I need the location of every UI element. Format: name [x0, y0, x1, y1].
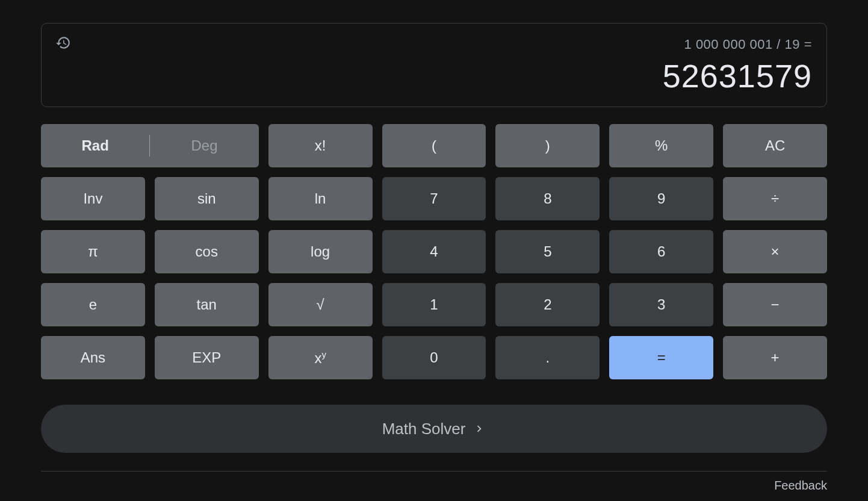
four-button[interactable]: 4	[382, 230, 486, 273]
display-content: 1 000 000 001 / 19 = 52631579	[56, 33, 812, 95]
rparen-button[interactable]: )	[495, 124, 600, 167]
dot-button[interactable]: .	[495, 336, 600, 379]
multiply-button[interactable]: ×	[723, 230, 827, 273]
one-button[interactable]: 1	[382, 283, 486, 326]
percent-button[interactable]: %	[609, 124, 713, 167]
pi-button[interactable]: π	[41, 230, 145, 273]
factorial-button[interactable]: x!	[268, 124, 373, 167]
seven-button[interactable]: 7	[382, 177, 486, 220]
log-button[interactable]: log	[268, 230, 373, 273]
result-text: 52631579	[56, 57, 812, 95]
ac-button[interactable]: AC	[723, 124, 827, 167]
ans-button[interactable]: Ans	[41, 336, 145, 379]
two-button[interactable]: 2	[495, 283, 600, 326]
sqrt-button[interactable]: √	[268, 283, 373, 326]
keypad: Rad Deg x! ( ) % AC Inv sin ln 7 8 9 ÷ π…	[41, 124, 827, 379]
sin-button[interactable]: sin	[155, 177, 259, 220]
e-button[interactable]: e	[41, 283, 145, 326]
lparen-button[interactable]: (	[382, 124, 486, 167]
exp-button[interactable]: EXP	[155, 336, 259, 379]
equals-button[interactable]: =	[609, 336, 713, 379]
three-button[interactable]: 3	[609, 283, 713, 326]
nine-button[interactable]: 9	[609, 177, 713, 220]
eight-button[interactable]: 8	[495, 177, 600, 220]
deg-label: Deg	[150, 124, 258, 167]
feedback-link[interactable]: Feedback	[774, 479, 827, 492]
ln-button[interactable]: ln	[268, 177, 373, 220]
divide-button[interactable]: ÷	[723, 177, 827, 220]
plus-button[interactable]: +	[723, 336, 827, 379]
minus-button[interactable]: −	[723, 283, 827, 326]
rad-label: Rad	[41, 124, 149, 167]
history-icon[interactable]	[55, 34, 72, 51]
expression-text: 1 000 000 001 / 19 =	[56, 37, 812, 52]
display-panel: 1 000 000 001 / 19 = 52631579	[41, 23, 827, 107]
zero-button[interactable]: 0	[382, 336, 486, 379]
footer: Feedback	[41, 471, 827, 493]
power-button[interactable]: xy	[268, 336, 373, 379]
cos-button[interactable]: cos	[155, 230, 259, 273]
angle-mode-toggle[interactable]: Rad Deg	[41, 124, 259, 167]
math-solver-label: Math Solver	[382, 420, 466, 438]
inv-button[interactable]: Inv	[41, 177, 145, 220]
five-button[interactable]: 5	[495, 230, 600, 273]
xy-label: xy	[314, 349, 326, 367]
six-button[interactable]: 6	[609, 230, 713, 273]
tan-button[interactable]: tan	[155, 283, 259, 326]
chevron-right-icon	[473, 422, 486, 435]
math-solver-button[interactable]: Math Solver	[41, 405, 827, 453]
calculator: 1 000 000 001 / 19 = 52631579 Rad Deg x!…	[41, 23, 827, 493]
